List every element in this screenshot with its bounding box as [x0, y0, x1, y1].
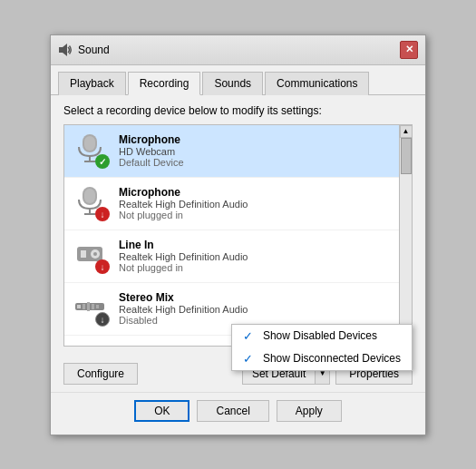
check-show-disabled: ✓ [243, 329, 256, 343]
configure-button[interactable]: Configure [63, 363, 138, 385]
device-info-linein: Line In Realtek High Definition Audio No… [119, 239, 393, 273]
device-status-mic1: Default Device [119, 157, 393, 168]
cancel-button[interactable]: Cancel [197, 400, 268, 422]
svg-rect-16 [83, 304, 85, 309]
tab-content: Select a recording device below to modif… [51, 95, 425, 356]
instruction-text: Select a recording device below to modif… [63, 104, 413, 117]
tabs-container: Playback Recording Sounds Communications [51, 65, 425, 95]
context-menu: ✓ Show Disabled Devices ✓ Show Disconnec… [231, 324, 413, 371]
scrollbar[interactable]: ▲ ▼ [399, 125, 412, 346]
device-name-mic2: Microphone [119, 186, 393, 199]
device-item-mic2[interactable]: ↓ Microphone Realtek High Definition Aud… [64, 178, 412, 230]
svg-point-13 [93, 252, 97, 256]
tab-recording[interactable]: Recording [128, 72, 201, 95]
device-icon-wrapper-mic1: ✓ [73, 132, 110, 169]
device-sub-mic1: HD Webcam [119, 146, 393, 157]
device-icon-wrapper-linein: ↓ [73, 238, 110, 274]
device-info-mic2: Microphone Realtek High Definition Audio… [119, 186, 393, 220]
device-status-linein: Not plugged in [119, 262, 393, 273]
svg-rect-15 [77, 305, 81, 308]
title-bar: Sound ✕ [51, 35, 425, 65]
device-icon-wrapper-mic2: ↓ [73, 185, 110, 221]
svg-marker-1 [63, 44, 67, 56]
device-list[interactable]: ✓ Microphone HD Webcam Default Device [63, 124, 413, 347]
device-info-mic1: Microphone HD Webcam Default Device [119, 133, 393, 168]
status-badge-dark-4: ↓ [95, 312, 110, 327]
status-badge-red-3: ↓ [95, 259, 110, 274]
tab-playback[interactable]: Playback [58, 72, 126, 95]
sound-icon [58, 43, 73, 57]
svg-rect-19 [96, 305, 99, 308]
svg-rect-9 [84, 189, 95, 203]
check-show-disconnected: ✓ [243, 352, 256, 366]
context-item-show-disconnected[interactable]: ✓ Show Disconnected Devices [232, 347, 412, 370]
svg-rect-18 [92, 304, 94, 309]
device-sub-mic2: Realtek High Definition Audio [119, 199, 393, 210]
context-label-show-disconnected: Show Disconnected Devices [263, 352, 401, 365]
context-label-show-disabled: Show Disabled Devices [263, 329, 377, 342]
scroll-track[interactable] [400, 138, 413, 333]
scroll-thumb[interactable] [401, 138, 412, 174]
device-item-linein[interactable]: ↓ Line In Realtek High Definition Audio … [64, 230, 412, 283]
scroll-up-arrow[interactable]: ▲ [400, 125, 413, 138]
status-badge-green-1: ✓ [95, 154, 110, 169]
svg-rect-17 [87, 302, 90, 311]
svg-rect-0 [59, 47, 63, 53]
status-badge-red-2: ↓ [95, 207, 110, 221]
title-bar-left: Sound [58, 43, 110, 57]
dialog-title: Sound [78, 44, 110, 56]
device-icon-wrapper-stereomix: ↓ [73, 290, 110, 327]
context-item-show-disabled[interactable]: ✓ Show Disabled Devices [232, 325, 412, 347]
apply-button[interactable]: Apply [277, 400, 342, 422]
tab-communications[interactable]: Communications [265, 72, 369, 95]
device-info-stereomix: Stereo Mix Realtek High Definition Audio… [119, 291, 393, 326]
close-button[interactable]: ✕ [400, 41, 418, 59]
device-name-mic1: Microphone [119, 133, 393, 146]
device-name-stereomix: Stereo Mix [119, 291, 393, 304]
dialog-buttons-row: OK Cancel Apply [51, 392, 425, 435]
svg-rect-5 [84, 136, 95, 151]
svg-rect-11 [81, 250, 86, 258]
device-sub-stereomix: Realtek High Definition Audio [119, 304, 393, 315]
device-name-linein: Line In [119, 239, 393, 251]
device-item-mic1[interactable]: ✓ Microphone HD Webcam Default Device [64, 125, 412, 178]
sound-dialog: Sound ✕ Playback Recording Sounds Commun… [50, 34, 426, 435]
device-status-mic2: Not plugged in [119, 210, 393, 220]
device-sub-linein: Realtek High Definition Audio [119, 251, 393, 262]
ok-button[interactable]: OK [134, 400, 189, 422]
tab-sounds[interactable]: Sounds [202, 72, 263, 95]
